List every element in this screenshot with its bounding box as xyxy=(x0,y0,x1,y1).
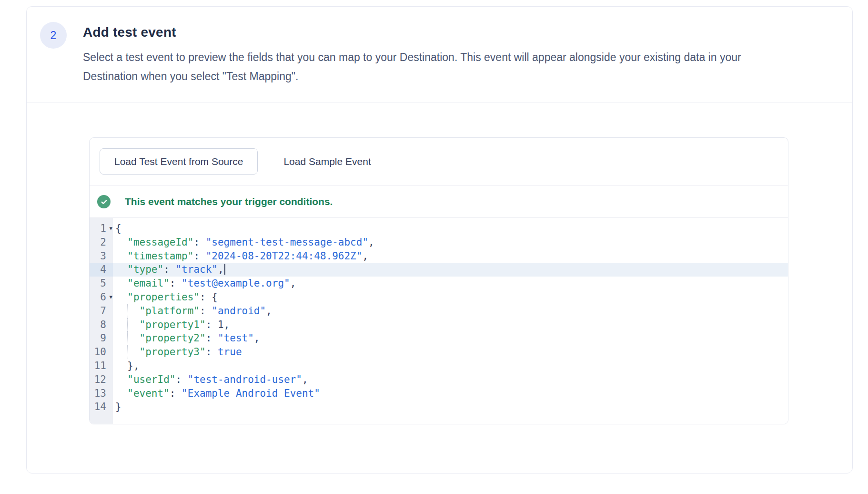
line-number: 6▾ xyxy=(90,290,113,304)
code-line-content[interactable]: }, xyxy=(113,359,788,373)
code-line-content[interactable]: "platform": "android", xyxy=(113,304,788,318)
code-line[interactable]: 13 "event": "Example Android Event" xyxy=(90,387,788,401)
indent-guide xyxy=(127,304,128,318)
indent-guide xyxy=(127,331,128,345)
code-line-content[interactable]: { xyxy=(113,222,788,236)
code-line[interactable]: 3 "timestamp": "2024-08-20T22:44:48.962Z… xyxy=(90,249,788,263)
code-line[interactable]: 4 "type": "track", xyxy=(90,263,788,277)
code-line-content[interactable]: "property1": 1, xyxy=(113,318,788,332)
line-number: 13 xyxy=(90,387,113,401)
line-number: 12 xyxy=(90,373,113,387)
load-test-event-button[interactable]: Load Test Event from Source xyxy=(100,148,258,175)
code-line-content[interactable]: "event": "Example Android Event" xyxy=(113,387,788,401)
code-line-content[interactable]: "type": "track", xyxy=(113,263,788,277)
line-number: 5 xyxy=(90,277,113,290)
line-number: 8 xyxy=(90,318,113,332)
code-line-content[interactable]: "timestamp": "2024-08-20T22:44:48.962Z", xyxy=(113,249,788,263)
step-number-badge: 2 xyxy=(40,22,67,49)
line-number: 11 xyxy=(90,359,113,373)
fold-arrow-icon[interactable]: ▾ xyxy=(109,290,112,304)
code-line[interactable]: 5 "email": "test@example.org", xyxy=(90,277,788,290)
line-number: 9 xyxy=(90,331,113,345)
line-number: 10 xyxy=(90,345,113,359)
code-line-content[interactable]: "email": "test@example.org", xyxy=(113,277,788,290)
add-test-event-card: 2 Add test event Select a test event to … xyxy=(26,6,853,473)
status-message: This event matches your trigger conditio… xyxy=(125,196,333,207)
indent-guide xyxy=(127,345,128,359)
code-line-content[interactable]: "property2": "test", xyxy=(113,331,788,345)
code-line-content[interactable]: "messageId": "segment-test-message-abcd"… xyxy=(113,236,788,249)
editor-lines: 1▾{2 "messageId": "segment-test-message-… xyxy=(90,218,788,414)
step-header: 2 Add test event Select a test event to … xyxy=(27,7,852,103)
json-code-editor[interactable]: 1▾{2 "messageId": "segment-test-message-… xyxy=(90,218,788,424)
code-line[interactable]: 1▾{ xyxy=(90,222,788,236)
line-number: 7 xyxy=(90,304,113,318)
code-line-content[interactable]: } xyxy=(113,400,788,414)
code-line[interactable]: 6▾ "properties": { xyxy=(90,290,788,304)
trigger-match-status: This event matches your trigger conditio… xyxy=(90,186,788,218)
fold-arrow-icon[interactable]: ▾ xyxy=(109,222,112,236)
page-title: Add test event xyxy=(83,25,840,40)
code-line[interactable]: 9 "property2": "test", xyxy=(90,331,788,345)
line-number: 1▾ xyxy=(90,222,113,236)
code-line[interactable]: 12 "userId": "test-android-user", xyxy=(90,373,788,387)
code-line[interactable]: 14} xyxy=(90,400,788,414)
code-line-content[interactable]: "userId": "test-android-user", xyxy=(113,373,788,387)
code-line[interactable]: 7 "platform": "android", xyxy=(90,304,788,318)
code-line[interactable]: 11 }, xyxy=(90,359,788,373)
line-number: 4 xyxy=(90,263,113,277)
line-number: 2 xyxy=(90,236,113,249)
load-sample-event-button[interactable]: Load Sample Event xyxy=(270,148,384,175)
text-cursor xyxy=(224,264,225,275)
line-number: 14 xyxy=(90,400,113,414)
step-content: Load Test Event from Source Load Sample … xyxy=(27,137,852,424)
code-line[interactable]: 8 "property1": 1, xyxy=(90,318,788,332)
code-line-content[interactable]: "properties": { xyxy=(113,290,788,304)
line-number: 3 xyxy=(90,249,113,263)
test-event-panel: Load Test Event from Source Load Sample … xyxy=(89,137,788,424)
check-circle-icon xyxy=(97,195,111,208)
indent-guide xyxy=(127,318,128,332)
code-line[interactable]: 2 "messageId": "segment-test-message-abc… xyxy=(90,236,788,249)
event-source-toolbar: Load Test Event from Source Load Sample … xyxy=(90,138,788,186)
code-line-content[interactable]: "property3": true xyxy=(113,345,788,359)
step-description: Select a test event to preview the field… xyxy=(83,48,840,86)
code-line[interactable]: 10 "property3": true xyxy=(90,345,788,359)
